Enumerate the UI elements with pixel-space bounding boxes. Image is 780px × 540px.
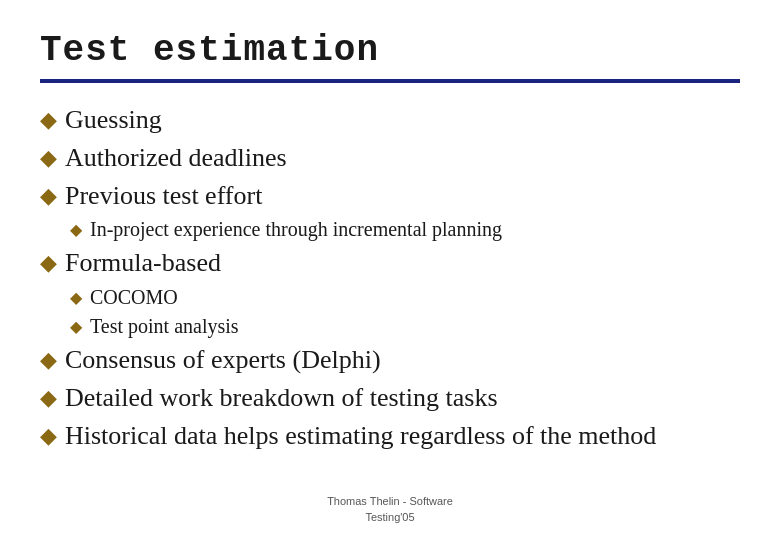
diamond-icon: ◆ xyxy=(40,422,57,451)
sub-list: ◆ In-project experience through incremen… xyxy=(70,216,740,242)
main-bullet-list: ◆ Guessing ◆ Authorized deadlines ◆ Prev… xyxy=(40,103,740,453)
diamond-icon: ◆ xyxy=(40,346,57,375)
diamond-icon: ◆ xyxy=(40,249,57,278)
diamond-icon: ◆ xyxy=(70,220,82,241)
title-underline xyxy=(40,79,740,83)
list-item: ◆ In-project experience through incremen… xyxy=(70,216,740,242)
list-item: ◆ Consensus of experts (Delphi) xyxy=(40,343,740,377)
diamond-icon: ◆ xyxy=(40,182,57,211)
list-item: ◆ Test point analysis xyxy=(70,313,740,339)
item-text: Previous test effort xyxy=(65,179,740,213)
list-item: ◆ Formula-based xyxy=(40,246,740,280)
item-text: Historical data helps estimating regardl… xyxy=(65,419,740,453)
footer: Thomas Thelin - Software Testing'05 xyxy=(0,494,780,525)
list-item: ◆ COCOMO xyxy=(70,284,740,310)
diamond-icon: ◆ xyxy=(70,288,82,309)
list-item: ◆ Detailed work breakdown of testing tas… xyxy=(40,381,740,415)
footer-line2: Testing'05 xyxy=(0,510,780,525)
item-text: Guessing xyxy=(65,103,740,137)
list-item: ◆ Historical data helps estimating regar… xyxy=(40,419,740,453)
slide-title: Test estimation xyxy=(40,30,740,71)
diamond-icon: ◆ xyxy=(70,317,82,338)
list-item: ◆ Authorized deadlines xyxy=(40,141,740,175)
list-item: ◆ Guessing xyxy=(40,103,740,137)
list-item: ◆ Previous test effort xyxy=(40,179,740,213)
item-text: Test point analysis xyxy=(90,313,740,339)
item-text: In-project experience through incrementa… xyxy=(90,216,740,242)
slide: Test estimation ◆ Guessing ◆ Authorized … xyxy=(0,0,780,540)
item-text: Detailed work breakdown of testing tasks xyxy=(65,381,740,415)
sub-list: ◆ COCOMO ◆ Test point analysis xyxy=(70,284,740,339)
item-text: Consensus of experts (Delphi) xyxy=(65,343,740,377)
diamond-icon: ◆ xyxy=(40,106,57,135)
item-text: COCOMO xyxy=(90,284,740,310)
item-text: Authorized deadlines xyxy=(65,141,740,175)
item-text: Formula-based xyxy=(65,246,740,280)
diamond-icon: ◆ xyxy=(40,384,57,413)
footer-line1: Thomas Thelin - Software xyxy=(0,494,780,509)
diamond-icon: ◆ xyxy=(40,144,57,173)
